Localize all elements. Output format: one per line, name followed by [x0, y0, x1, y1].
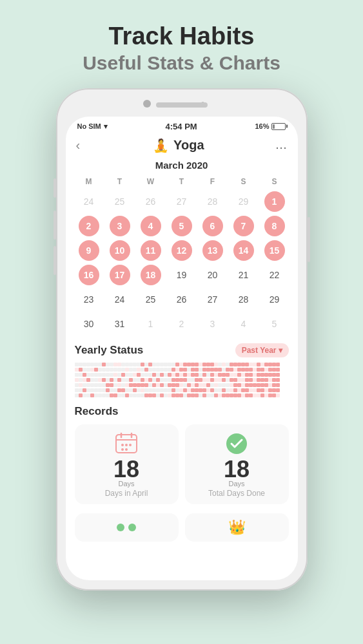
cal-cell-2next: 2: [166, 312, 197, 336]
heatmap-cell: [276, 388, 280, 392]
bottom-icons-row: 👑: [66, 509, 298, 542]
yearly-status-section: Yearly Status Past Year ▾: [66, 337, 298, 400]
cal-cell-17[interactable]: 17: [104, 263, 135, 287]
cal-cell-18[interactable]: 18: [135, 263, 166, 287]
cal-header-W: W: [135, 176, 166, 187]
cal-cell-7[interactable]: 7: [228, 214, 259, 238]
phone-btn-vol-up: [54, 211, 56, 240]
cal-header-S2: S: [259, 176, 290, 187]
yearly-header: Yearly Status Past Year ▾: [75, 343, 289, 357]
chevron-down-icon: ▾: [279, 346, 282, 355]
cal-header-T2: T: [166, 176, 197, 187]
cal-week-6: 30 31 1 2 3 4 5: [74, 312, 290, 336]
app-header: Track Habits Useful Stats & Charts: [83, 23, 280, 75]
calendar-section: March 2020 M T W T F S S 24 25 26 27: [66, 160, 298, 336]
heatmap-cell: [276, 383, 280, 387]
cal-cell-6[interactable]: 6: [197, 214, 228, 238]
svg-point-4: [121, 444, 124, 446]
cal-header-T1: T: [104, 176, 135, 187]
more-button[interactable]: ...: [275, 138, 287, 152]
nav-bar: ‹ 🧘 Yoga ...: [66, 134, 298, 160]
yearly-filter-button[interactable]: Past Year ▾: [235, 343, 289, 357]
cal-cell-3next: 3: [197, 312, 228, 336]
cal-cell-29prev: 29: [228, 190, 259, 213]
cal-cell-25prev: 25: [104, 190, 135, 213]
back-chevron-icon: ‹: [76, 138, 81, 153]
cal-cell-4next: 4: [228, 312, 259, 336]
cal-cell-14[interactable]: 14: [228, 239, 259, 262]
status-left: No SIM ▾: [77, 122, 108, 131]
cal-cell-12[interactable]: 12: [166, 239, 197, 262]
cal-cell-23[interactable]: 23: [74, 288, 104, 311]
battery-fill: [273, 124, 275, 129]
cal-cell-31[interactable]: 31: [104, 312, 135, 336]
cal-cell-22[interactable]: 22: [259, 263, 290, 287]
cal-cell-9[interactable]: 9: [74, 239, 104, 262]
cal-cell-16[interactable]: 16: [74, 263, 104, 287]
heatmap-cell: [276, 393, 280, 397]
cal-cell-1next: 1: [135, 312, 166, 336]
cal-cell-27[interactable]: 27: [197, 288, 228, 311]
cal-cell-8[interactable]: 8: [259, 214, 290, 238]
record-card-days-in-april: 18 Days Days in April: [75, 424, 179, 504]
cal-week-2: 2 3 4 5 6 7 8: [74, 214, 290, 238]
cal-cell-1[interactable]: 1: [259, 190, 290, 213]
cal-cell-30[interactable]: 30: [74, 312, 104, 336]
crown-icon: 👑: [228, 519, 246, 536]
heatmap-cell: [276, 363, 280, 366]
carrier-text: No SIM: [77, 122, 101, 130]
cal-cell-26prev: 26: [135, 190, 166, 213]
cal-cell-4[interactable]: 4: [135, 214, 166, 238]
cal-cell-3[interactable]: 3: [104, 214, 135, 238]
cal-cell-13[interactable]: 13: [197, 239, 228, 262]
calendar-dots-icon: [115, 432, 138, 455]
cal-cell-19[interactable]: 19: [166, 263, 197, 287]
cal-cell-5[interactable]: 5: [166, 214, 197, 238]
green-dot-2: [128, 524, 136, 531]
heatmap-container: [75, 363, 289, 397]
green-dot-1: [117, 524, 124, 531]
cal-cell-10[interactable]: 10: [104, 239, 135, 262]
cal-cell-27prev: 27: [166, 190, 197, 213]
crown-card: 👑: [185, 513, 289, 542]
cal-week-5: 23 24 25 26 27 28 29: [74, 288, 290, 311]
back-button[interactable]: ‹: [76, 138, 81, 153]
cal-header-M: M: [74, 176, 104, 187]
cal-cell-24[interactable]: 24: [104, 288, 135, 311]
heatmap-cell: [276, 378, 280, 382]
record-card-total-days: 18 Days Total Days Done: [185, 424, 289, 504]
cal-cell-26[interactable]: 26: [166, 288, 197, 311]
record-number-1: 18: [113, 458, 139, 481]
record-days-label-2: Days: [228, 480, 244, 488]
phone-camera: [143, 100, 151, 108]
cal-cell-21[interactable]: 21: [228, 263, 259, 287]
cal-cell-15[interactable]: 15: [259, 239, 290, 262]
svg-point-8: [125, 448, 128, 451]
cal-week-3: 9 10 11 12 13 14 15: [74, 239, 290, 262]
phone-device: No SIM ▾ 4:54 PM 16% ‹ 🧘 Yoga ...: [56, 88, 308, 591]
svg-point-5: [125, 444, 128, 446]
cal-cell-11[interactable]: 11: [135, 239, 166, 262]
phone-screen: No SIM ▾ 4:54 PM 16% ‹ 🧘 Yoga ...: [66, 117, 298, 580]
battery-icon: [271, 123, 286, 130]
wifi-icon: ▾: [104, 122, 108, 131]
phone-btn-vol-down: [54, 246, 56, 275]
yearly-filter-label: Past Year: [242, 346, 277, 355]
habit-name: Yoga: [173, 138, 204, 153]
cal-cell-29[interactable]: 29: [259, 288, 290, 311]
records-section: Records: [66, 400, 298, 509]
cal-cell-20[interactable]: 20: [197, 263, 228, 287]
yoga-emoji-icon: 🧘: [152, 137, 170, 155]
cal-cell-25[interactable]: 25: [135, 288, 166, 311]
cal-cell-28[interactable]: 28: [228, 288, 259, 311]
record-desc-1: Days in April: [105, 489, 148, 498]
cal-cell-24prev: 24: [74, 190, 104, 213]
record-days-label-1: Days: [118, 480, 134, 488]
battery-percent: 16%: [255, 122, 269, 130]
heatmap-col: [276, 363, 280, 397]
record-number-2: 18: [224, 458, 250, 481]
cal-cell-2[interactable]: 2: [74, 214, 104, 238]
checkmark-circle-icon: [225, 432, 248, 455]
calendar-grid: M T W T F S S 24 25 26 27 28 29 1: [74, 176, 290, 336]
cal-cell-5next: 5: [259, 312, 290, 336]
